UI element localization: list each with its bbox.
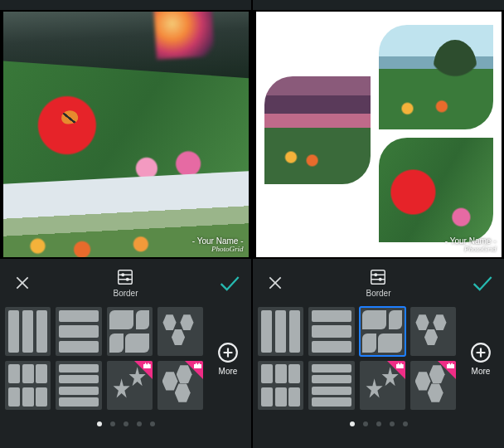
- layout-columns-3[interactable]: [5, 307, 51, 356]
- pager-dot: [110, 421, 115, 426]
- confirm-button[interactable]: [468, 269, 496, 297]
- layout-stars[interactable]: [107, 361, 153, 410]
- border-tool-label: Border: [113, 289, 138, 298]
- check-icon: [470, 271, 493, 295]
- premium-badge-icon: [134, 361, 153, 379]
- premium-badge-icon: [438, 361, 456, 379]
- premium-badge-icon: [185, 361, 203, 379]
- collage-preview: - Your Name - PhotoGrid: [256, 12, 502, 257]
- more-layouts-button[interactable]: More: [210, 334, 246, 383]
- screen-left: - Your Name - PhotoGrid Border: [0, 0, 251, 448]
- pager-dot: [150, 421, 155, 426]
- layout-rows-4[interactable]: [308, 361, 354, 410]
- watermark[interactable]: - Your Name - PhotoGrid: [192, 236, 244, 254]
- border-tool-button[interactable]: Border: [366, 268, 390, 298]
- more-label: More: [219, 367, 238, 376]
- border-tool-label: Border: [366, 289, 390, 298]
- collage-slot-1[interactable]: [264, 76, 371, 184]
- plus-circle-icon: [217, 342, 239, 363]
- plus-circle-icon: [470, 342, 492, 363]
- premium-badge-icon: [387, 361, 405, 379]
- cancel-button[interactable]: [261, 269, 289, 297]
- pager-dot: [137, 421, 142, 426]
- status-bar: [0, 0, 251, 10]
- layout-pager[interactable]: [253, 415, 504, 436]
- layout-hex-grid[interactable]: [158, 307, 203, 356]
- layout-rows-4[interactable]: [56, 361, 101, 410]
- collage-preview: - Your Name - PhotoGrid: [3, 12, 249, 257]
- collage-canvas[interactable]: - Your Name - PhotoGrid: [0, 10, 251, 259]
- border-tool-button[interactable]: Border: [113, 268, 138, 298]
- collage-canvas[interactable]: - Your Name - PhotoGrid: [253, 10, 504, 259]
- layout-grid-6[interactable]: [258, 361, 303, 410]
- pager-dot: [363, 421, 368, 426]
- layout-hex-mosaic[interactable]: [158, 361, 203, 410]
- pager-dot: [124, 421, 128, 426]
- check-icon: [217, 271, 240, 295]
- layout-hex-grid[interactable]: [410, 307, 456, 356]
- editor-toolbar: Border: [253, 259, 504, 307]
- layout-hex-mosaic[interactable]: [410, 361, 456, 410]
- pager-dot: [376, 421, 381, 426]
- svg-rect-4: [371, 270, 385, 285]
- screen-right: - Your Name - PhotoGrid Border: [253, 0, 504, 448]
- editor-toolbar: Border: [0, 259, 251, 307]
- collage-slot-3[interactable]: [379, 138, 493, 242]
- watermark[interactable]: - Your Name - PhotoGrid: [445, 236, 497, 254]
- close-icon: [267, 275, 284, 291]
- layout-rows-3[interactable]: [308, 307, 354, 356]
- collage-slot-2[interactable]: [379, 25, 493, 129]
- sliders-icon: [116, 268, 134, 286]
- watermark-brand: PhotoGrid: [192, 246, 244, 254]
- layout-picker: More: [253, 307, 504, 415]
- pager-dot: [403, 421, 408, 426]
- sliders-icon: [369, 268, 387, 286]
- more-layouts-button[interactable]: More: [463, 334, 499, 383]
- layout-rows-3[interactable]: [56, 307, 101, 356]
- layout-mosaic-4[interactable]: [360, 307, 405, 356]
- pager-dot: [97, 421, 102, 426]
- close-icon: [14, 275, 31, 291]
- layout-grid: [258, 307, 456, 410]
- layout-grid: [5, 307, 203, 410]
- layout-stars[interactable]: [360, 361, 405, 410]
- layout-mosaic-4[interactable]: [107, 307, 153, 356]
- pager-dot: [350, 421, 355, 426]
- layout-picker: More: [0, 307, 251, 415]
- status-bar: [253, 0, 504, 10]
- pager-dot: [390, 421, 395, 426]
- more-label: More: [472, 367, 491, 376]
- layout-pager[interactable]: [0, 415, 251, 436]
- cancel-button[interactable]: [8, 269, 36, 297]
- layout-columns-3[interactable]: [258, 307, 303, 356]
- watermark-brand: PhotoGrid: [445, 246, 497, 254]
- layout-grid-6[interactable]: [5, 361, 51, 410]
- confirm-button[interactable]: [215, 269, 243, 297]
- svg-rect-0: [119, 270, 133, 285]
